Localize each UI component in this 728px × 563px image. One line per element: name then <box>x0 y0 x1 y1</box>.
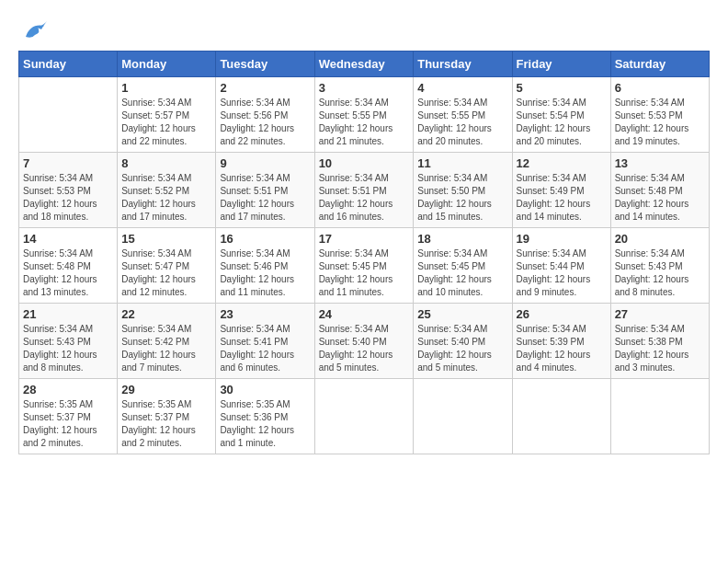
day-info: Sunrise: 5:34 AM Sunset: 5:57 PM Dayligh… <box>121 97 211 148</box>
day-number: 10 <box>319 156 410 170</box>
day-number: 28 <box>23 383 113 396</box>
day-number: 12 <box>517 156 607 170</box>
day-number: 11 <box>417 156 507 170</box>
calendar-cell: 28Sunrise: 5:35 AM Sunset: 5:37 PM Dayli… <box>19 379 118 454</box>
calendar-cell: 24Sunrise: 5:34 AM Sunset: 5:40 PM Dayli… <box>314 304 414 379</box>
calendar-cell <box>610 379 709 454</box>
calendar-cell: 10Sunrise: 5:34 AM Sunset: 5:51 PM Dayli… <box>314 153 414 228</box>
calendar-cell: 9Sunrise: 5:34 AM Sunset: 5:51 PM Daylig… <box>216 153 314 228</box>
day-number: 21 <box>23 307 113 321</box>
day-number: 26 <box>517 307 607 321</box>
day-info: Sunrise: 5:34 AM Sunset: 5:43 PM Dayligh… <box>615 247 705 299</box>
day-header-tuesday: Tuesday <box>216 52 314 77</box>
day-header-friday: Friday <box>512 52 610 77</box>
day-number: 16 <box>220 232 310 246</box>
day-number: 23 <box>220 307 310 321</box>
day-number: 6 <box>615 81 705 95</box>
calendar-week-row: 14Sunrise: 5:34 AM Sunset: 5:48 PM Dayli… <box>19 228 710 304</box>
day-header-thursday: Thursday <box>414 52 512 77</box>
calendar-cell: 15Sunrise: 5:34 AM Sunset: 5:47 PM Dayli… <box>118 228 216 304</box>
day-number: 20 <box>615 232 705 246</box>
day-number: 29 <box>121 383 211 396</box>
calendar-cell: 16Sunrise: 5:34 AM Sunset: 5:46 PM Dayli… <box>216 228 314 304</box>
day-info: Sunrise: 5:34 AM Sunset: 5:55 PM Dayligh… <box>417 97 507 148</box>
calendar-cell: 27Sunrise: 5:34 AM Sunset: 5:38 PM Dayli… <box>610 304 709 379</box>
calendar-cell: 5Sunrise: 5:34 AM Sunset: 5:54 PM Daylig… <box>512 77 610 153</box>
logo <box>18 18 49 41</box>
day-info: Sunrise: 5:35 AM Sunset: 5:37 PM Dayligh… <box>121 398 211 450</box>
calendar-header-row: SundayMondayTuesdayWednesdayThursdayFrid… <box>19 52 710 77</box>
day-info: Sunrise: 5:34 AM Sunset: 5:44 PM Dayligh… <box>517 247 607 299</box>
day-info: Sunrise: 5:34 AM Sunset: 5:51 PM Dayligh… <box>319 172 410 224</box>
calendar-cell: 3Sunrise: 5:34 AM Sunset: 5:55 PM Daylig… <box>314 77 414 153</box>
day-info: Sunrise: 5:34 AM Sunset: 5:50 PM Dayligh… <box>417 172 507 224</box>
logo-bird-icon <box>21 18 49 41</box>
day-info: Sunrise: 5:34 AM Sunset: 5:42 PM Dayligh… <box>121 323 211 374</box>
calendar-cell: 21Sunrise: 5:34 AM Sunset: 5:43 PM Dayli… <box>19 304 118 379</box>
day-number: 17 <box>319 232 410 246</box>
day-info: Sunrise: 5:34 AM Sunset: 5:55 PM Dayligh… <box>319 97 410 148</box>
day-number: 8 <box>121 156 211 170</box>
calendar-cell: 30Sunrise: 5:35 AM Sunset: 5:36 PM Dayli… <box>216 379 314 454</box>
day-info: Sunrise: 5:34 AM Sunset: 5:48 PM Dayligh… <box>615 172 705 224</box>
day-number: 30 <box>220 383 310 396</box>
calendar-cell: 22Sunrise: 5:34 AM Sunset: 5:42 PM Dayli… <box>118 304 216 379</box>
day-info: Sunrise: 5:34 AM Sunset: 5:46 PM Dayligh… <box>220 247 310 299</box>
day-number: 7 <box>23 156 113 170</box>
calendar-cell: 29Sunrise: 5:35 AM Sunset: 5:37 PM Dayli… <box>118 379 216 454</box>
day-number: 14 <box>23 232 113 246</box>
day-number: 19 <box>517 232 607 246</box>
day-number: 18 <box>417 232 507 246</box>
calendar-cell: 25Sunrise: 5:34 AM Sunset: 5:40 PM Dayli… <box>414 304 512 379</box>
calendar-cell: 12Sunrise: 5:34 AM Sunset: 5:49 PM Dayli… <box>512 153 610 228</box>
calendar-cell <box>414 379 512 454</box>
day-number: 24 <box>319 307 410 321</box>
day-info: Sunrise: 5:35 AM Sunset: 5:37 PM Dayligh… <box>23 398 113 450</box>
day-info: Sunrise: 5:34 AM Sunset: 5:39 PM Dayligh… <box>517 323 607 374</box>
calendar-cell: 13Sunrise: 5:34 AM Sunset: 5:48 PM Dayli… <box>610 153 709 228</box>
day-number: 2 <box>220 81 310 95</box>
day-header-monday: Monday <box>118 52 216 77</box>
day-number: 9 <box>220 156 310 170</box>
day-info: Sunrise: 5:34 AM Sunset: 5:53 PM Dayligh… <box>23 172 113 224</box>
day-header-sunday: Sunday <box>19 52 118 77</box>
page-header <box>18 18 710 41</box>
calendar-cell: 19Sunrise: 5:34 AM Sunset: 5:44 PM Dayli… <box>512 228 610 304</box>
day-info: Sunrise: 5:34 AM Sunset: 5:51 PM Dayligh… <box>220 172 310 224</box>
day-info: Sunrise: 5:34 AM Sunset: 5:40 PM Dayligh… <box>319 323 410 374</box>
calendar-cell: 7Sunrise: 5:34 AM Sunset: 5:53 PM Daylig… <box>19 153 118 228</box>
day-info: Sunrise: 5:34 AM Sunset: 5:52 PM Dayligh… <box>121 172 211 224</box>
day-number: 4 <box>417 81 507 95</box>
calendar-cell: 20Sunrise: 5:34 AM Sunset: 5:43 PM Dayli… <box>610 228 709 304</box>
day-info: Sunrise: 5:34 AM Sunset: 5:43 PM Dayligh… <box>23 323 113 374</box>
day-info: Sunrise: 5:35 AM Sunset: 5:36 PM Dayligh… <box>220 398 310 450</box>
day-number: 15 <box>121 232 211 246</box>
calendar-cell <box>512 379 610 454</box>
calendar-cell: 2Sunrise: 5:34 AM Sunset: 5:56 PM Daylig… <box>216 77 314 153</box>
day-number: 1 <box>121 81 211 95</box>
day-info: Sunrise: 5:34 AM Sunset: 5:53 PM Dayligh… <box>615 97 705 148</box>
day-number: 3 <box>319 81 410 95</box>
calendar-table: SundayMondayTuesdayWednesdayThursdayFrid… <box>18 51 710 454</box>
day-info: Sunrise: 5:34 AM Sunset: 5:45 PM Dayligh… <box>319 247 410 299</box>
calendar-week-row: 28Sunrise: 5:35 AM Sunset: 5:37 PM Dayli… <box>19 379 710 454</box>
day-info: Sunrise: 5:34 AM Sunset: 5:38 PM Dayligh… <box>615 323 705 374</box>
calendar-cell: 11Sunrise: 5:34 AM Sunset: 5:50 PM Dayli… <box>414 153 512 228</box>
calendar-cell: 6Sunrise: 5:34 AM Sunset: 5:53 PM Daylig… <box>610 77 709 153</box>
day-info: Sunrise: 5:34 AM Sunset: 5:45 PM Dayligh… <box>417 247 507 299</box>
calendar-cell: 26Sunrise: 5:34 AM Sunset: 5:39 PM Dayli… <box>512 304 610 379</box>
day-info: Sunrise: 5:34 AM Sunset: 5:56 PM Dayligh… <box>220 97 310 148</box>
day-number: 25 <box>417 307 507 321</box>
calendar-cell: 18Sunrise: 5:34 AM Sunset: 5:45 PM Dayli… <box>414 228 512 304</box>
day-number: 5 <box>517 81 607 95</box>
calendar-week-row: 21Sunrise: 5:34 AM Sunset: 5:43 PM Dayli… <box>19 304 710 379</box>
day-info: Sunrise: 5:34 AM Sunset: 5:47 PM Dayligh… <box>121 247 211 299</box>
day-number: 22 <box>121 307 211 321</box>
day-info: Sunrise: 5:34 AM Sunset: 5:40 PM Dayligh… <box>417 323 507 374</box>
calendar-week-row: 7Sunrise: 5:34 AM Sunset: 5:53 PM Daylig… <box>19 153 710 228</box>
day-info: Sunrise: 5:34 AM Sunset: 5:48 PM Dayligh… <box>23 247 113 299</box>
day-header-wednesday: Wednesday <box>314 52 414 77</box>
calendar-week-row: 1Sunrise: 5:34 AM Sunset: 5:57 PM Daylig… <box>19 77 710 153</box>
day-info: Sunrise: 5:34 AM Sunset: 5:49 PM Dayligh… <box>517 172 607 224</box>
day-number: 27 <box>615 307 705 321</box>
